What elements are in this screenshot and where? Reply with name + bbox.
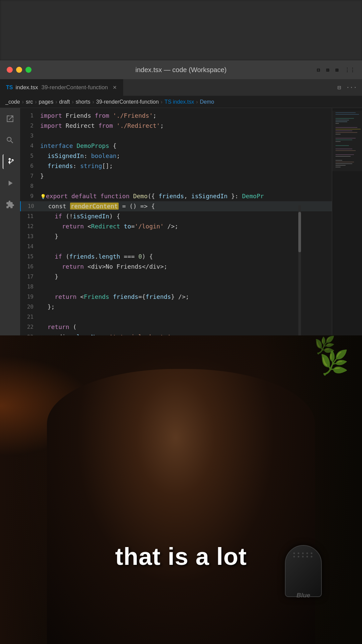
- caption-overlay: that is a lot: [115, 543, 247, 570]
- more-actions-icon[interactable]: ···: [346, 84, 357, 91]
- caption-text: that is a lot: [115, 543, 247, 570]
- activity-source-control[interactable]: [3, 154, 17, 169]
- activity-extensions[interactable]: [3, 197, 17, 212]
- tab-right-icons: ⊟ ···: [338, 84, 362, 91]
- person-background: 🌿 🌿 Blue: [0, 335, 362, 644]
- breadcrumb-ts-index[interactable]: TS index.tsx: [165, 99, 194, 105]
- line-7: 7 }: [20, 171, 332, 181]
- line-8: 8: [20, 181, 332, 191]
- scrollbar-thumb[interactable]: [298, 212, 301, 252]
- close-button[interactable]: [7, 67, 13, 73]
- activity-run[interactable]: [3, 176, 17, 191]
- activity-search[interactable]: [3, 133, 17, 148]
- activity-explorer[interactable]: [3, 111, 17, 126]
- customize-layout-icon[interactable]: ⋮⋮: [345, 67, 355, 73]
- svg-rect-24: [332, 111, 362, 171]
- layout-icon[interactable]: ⊞: [326, 67, 329, 73]
- line-21: 21: [20, 312, 332, 322]
- panel-icon[interactable]: ⊠: [335, 67, 339, 73]
- plants-decoration-2: 🌿: [314, 335, 335, 355]
- tab-close-button[interactable]: ✕: [113, 85, 117, 91]
- breadcrumb-function[interactable]: 39-renderContent-function: [96, 99, 159, 105]
- line-20: 20 };: [20, 302, 332, 312]
- breadcrumb-src[interactable]: src: [26, 99, 33, 105]
- line-4: 4 interface DemoProps {: [20, 141, 332, 151]
- traffic-lights: [7, 67, 32, 73]
- breadcrumb-draft[interactable]: draft: [59, 99, 70, 105]
- breadcrumb-pages[interactable]: pages: [39, 99, 54, 105]
- line-13: 13 }: [20, 231, 332, 241]
- video-overlay: 🌿 🌿 Blue: [0, 335, 362, 644]
- line-17: 17 }: [20, 272, 332, 282]
- line-22: 22 return (: [20, 322, 332, 332]
- split-right-icon[interactable]: ⊟: [338, 84, 341, 91]
- ts-icon: TS: [6, 85, 13, 91]
- line-16: 16 return <div>No Friends</div>;: [20, 262, 332, 272]
- line-1: 1 import Friends from './Friends';: [20, 111, 332, 121]
- breadcrumb-code[interactable]: _code: [5, 99, 20, 105]
- line-19: 19 return <Friends friends={friends} />;: [20, 292, 332, 302]
- maximize-button[interactable]: [25, 67, 32, 73]
- line-6: 6 friends: string[];: [20, 161, 332, 171]
- tab-filename: index.tsx: [15, 84, 38, 91]
- line-15: 15 if (friends.length === 0) {: [20, 252, 332, 262]
- line-5: 5 isSignedIn: boolean;: [20, 151, 332, 161]
- line-9: 9 💡export default function Demo({ friend…: [20, 191, 332, 201]
- tab-bar: TS index.tsx 39-renderContent-function ✕…: [0, 79, 362, 96]
- person-silhouette: [47, 369, 315, 644]
- active-tab[interactable]: TS index.tsx 39-renderContent-function ✕: [0, 79, 123, 96]
- breadcrumb-shorts[interactable]: shorts: [76, 99, 90, 105]
- minimize-button[interactable]: [16, 67, 22, 73]
- tab-branch-label: 39-renderContent-function: [42, 84, 108, 91]
- microphone-label: Blue: [296, 592, 310, 599]
- window-title: index.tsx — code (Workspace): [135, 66, 227, 74]
- line-12: 12 return <Redirect to='/login' />;: [20, 221, 332, 231]
- line-2: 2 import Redirect from './Redirect';: [20, 121, 332, 131]
- title-bar: index.tsx — code (Workspace) ⊟ ⊞ ⊠ ⋮⋮: [0, 60, 362, 79]
- title-bar-icons: ⊟ ⊞ ⊠ ⋮⋮: [317, 67, 355, 73]
- line-3: 3: [20, 131, 332, 141]
- top-blur-bar: [0, 0, 362, 60]
- line-11: 11 if (!isSignedIn) {: [20, 211, 332, 221]
- line-10: 10 const renderContent = () => {: [20, 201, 332, 211]
- split-editor-icon[interactable]: ⊟: [317, 67, 320, 73]
- line-18: 18: [20, 282, 332, 292]
- breadcrumb-demo[interactable]: Demo: [200, 99, 214, 105]
- microphone-stand: Blue: [285, 545, 322, 597]
- line-14: 14: [20, 241, 332, 252]
- breadcrumb: _code › src › pages › draft › shorts › 3…: [0, 96, 362, 108]
